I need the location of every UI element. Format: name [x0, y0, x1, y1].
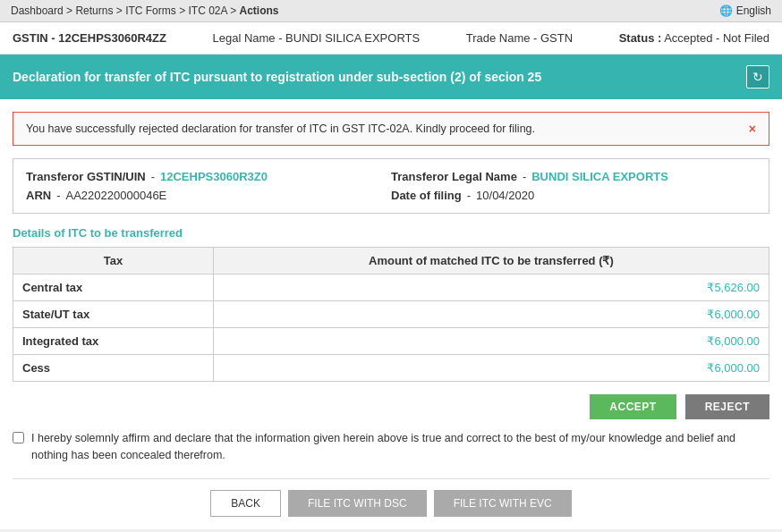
breadcrumb-sep2: > — [116, 4, 125, 17]
date-field-label: Date of filing — [391, 189, 462, 202]
refresh-button[interactable]: ↻ — [746, 65, 769, 89]
alert-message: You have successfully rejected declarati… — [26, 122, 535, 135]
table-row: Central tax₹5,626.00 — [13, 274, 769, 301]
transferor-left: Transferor GSTIN/UIN - 12CEHPS3060R3Z0 A… — [26, 170, 391, 202]
banner-title: Declaration for transfer of ITC pursuant… — [13, 70, 541, 84]
arn-field-label: ARN — [26, 189, 51, 202]
trade-name-label: Trade Name - GSTN — [466, 31, 573, 45]
amount-cell: ₹5,626.00 — [213, 274, 769, 301]
main-content: You have successfully rejected declarati… — [0, 99, 782, 529]
date-row: Date of filing - 10/04/2020 — [391, 189, 756, 202]
status-row: Status : Accepted - Not Filed — [619, 31, 769, 45]
table-row: Cess₹6,000.00 — [13, 355, 769, 382]
teal-banner: Declaration for transfer of ITC pursuant… — [0, 55, 782, 99]
transferor-grid: Transferor GSTIN/UIN - 12CEHPS3060R3Z0 A… — [26, 170, 756, 202]
date-dash: - — [467, 189, 471, 202]
breadcrumb-sep4: > — [230, 4, 239, 17]
breadcrumb-returns[interactable]: Returns — [75, 4, 113, 17]
declaration-row: I hereby solemnly affirm and declare tha… — [13, 430, 769, 464]
transferor-block: Transferor GSTIN/UIN - 12CEHPS3060R3Z0 A… — [13, 158, 769, 214]
tax-cell: Integrated tax — [13, 328, 214, 355]
declaration-checkbox[interactable] — [13, 432, 24, 443]
legal-name-label: Legal Name - BUNDI SILICA EXPORTS — [212, 31, 420, 45]
globe-icon: 🌐 — [719, 4, 733, 17]
status-value: Accepted - Not Filed — [664, 31, 769, 45]
table-row: State/UT tax₹6,000.00 — [13, 301, 769, 328]
itc-section-title: Details of ITC to be transferred — [13, 226, 769, 240]
file-dsc-button[interactable]: FILE ITC WITH DSC — [288, 490, 427, 517]
accept-button[interactable]: ACCEPT — [590, 394, 676, 419]
breadcrumb: Dashboard > Returns > ITC Forms > ITC 02… — [11, 4, 279, 17]
gstin-row: Transferor GSTIN/UIN - 12CEHPS3060R3Z0 — [26, 170, 391, 183]
amount-cell: ₹6,000.00 — [213, 355, 769, 382]
col-tax-header: Tax — [13, 248, 214, 274]
breadcrumb-bar: Dashboard > Returns > ITC Forms > ITC 02… — [0, 0, 782, 22]
declaration-text: I hereby solemnly affirm and declare tha… — [31, 430, 769, 464]
alert-box: You have successfully rejected declarati… — [13, 112, 769, 146]
breadcrumb-itcforms[interactable]: ITC Forms — [125, 4, 176, 17]
breadcrumb-sep1: > — [66, 4, 75, 17]
alert-close-button[interactable]: × — [749, 122, 756, 136]
reject-button[interactable]: REJECT — [685, 394, 769, 419]
itc-section: Details of ITC to be transferred Tax Amo… — [13, 226, 769, 382]
legal-name-dash: - — [523, 170, 526, 183]
status-label: Status : — [619, 31, 662, 45]
breadcrumb-sep3: > — [179, 4, 188, 17]
gstin-field-value: 12CEHPS3060R3Z0 — [160, 170, 268, 183]
table-row: Integrated tax₹6,000.00 — [13, 328, 769, 355]
arn-row: ARN - AA220220000046E — [26, 189, 391, 202]
tax-cell: Central tax — [13, 274, 214, 301]
breadcrumb-actions: Actions — [240, 4, 279, 17]
legal-name-field-value: BUNDI SILICA EXPORTS — [531, 170, 668, 183]
file-evc-button[interactable]: FILE ITC WITH EVC — [434, 490, 572, 517]
legal-name-row: Transferor Legal Name - BUNDI SILICA EXP… — [391, 170, 756, 183]
bottom-buttons: BACK FILE ITC WITH DSC FILE ITC WITH EVC — [13, 478, 769, 517]
language-selector[interactable]: 🌐 English — [719, 4, 771, 17]
arn-field-value: AA220220000046E — [66, 189, 167, 202]
date-field-value: 10/04/2020 — [476, 189, 534, 202]
language-label: English — [736, 4, 771, 17]
amount-cell: ₹6,000.00 — [213, 328, 769, 355]
tax-cell: State/UT tax — [13, 301, 214, 328]
breadcrumb-dashboard[interactable]: Dashboard — [11, 4, 64, 17]
gstin-label: GSTIN - 12CEHPS3060R4ZZ — [13, 31, 166, 45]
header-info-row: GSTIN - 12CEHPS3060R4ZZ Legal Name - BUN… — [0, 22, 782, 55]
gstin-field-label: Transferor GSTIN/UIN — [26, 170, 146, 183]
tax-cell: Cess — [13, 355, 214, 382]
itc-table: Tax Amount of matched ITC to be transfer… — [13, 247, 769, 382]
legal-name-field-label: Transferor Legal Name — [391, 170, 517, 183]
gstin-dash: - — [151, 170, 155, 183]
col-amount-header: Amount of matched ITC to be transferred … — [213, 248, 769, 274]
breadcrumb-itc02a[interactable]: ITC 02A — [188, 4, 226, 17]
transferor-right: Transferor Legal Name - BUNDI SILICA EXP… — [391, 170, 756, 202]
action-buttons: ACCEPT REJECT — [13, 394, 769, 419]
back-button[interactable]: BACK — [210, 490, 281, 517]
arn-dash: - — [56, 189, 60, 202]
amount-cell: ₹6,000.00 — [213, 301, 769, 328]
